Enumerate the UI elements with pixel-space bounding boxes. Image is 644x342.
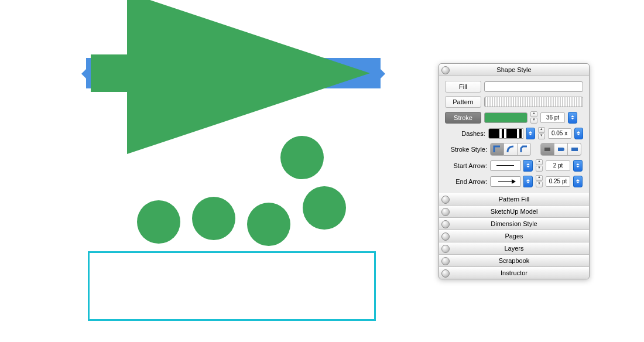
cap-flat-icon[interactable]: [540, 143, 554, 156]
start-arrow-units-combo[interactable]: [573, 160, 583, 172]
svg-point-2: [561, 148, 564, 151]
section-header-sketchup-model[interactable]: SketchUp Model: [439, 206, 589, 218]
stroke-width-field[interactable]: 36 pt: [540, 112, 565, 123]
line-end-handle[interactable]: [381, 69, 385, 78]
svg-rect-0: [544, 148, 550, 151]
dashes-label: Dashes:: [445, 130, 485, 137]
circle-shape[interactable]: [137, 200, 180, 244]
stroke-color-swatch[interactable]: [484, 112, 527, 123]
dashes-scale-field[interactable]: 0.05 x: [548, 128, 571, 139]
pattern-swatch[interactable]: [484, 97, 583, 107]
stepper-up-icon[interactable]: ▲: [536, 175, 543, 181]
stepper-down-icon[interactable]: ▼: [536, 166, 543, 172]
dashes-pattern-combo[interactable]: [488, 128, 523, 139]
section-title: Shape Style: [496, 66, 531, 73]
start-arrow-size-stepper[interactable]: ▲ ▼: [536, 159, 543, 172]
collapse-toggle-icon[interactable]: [441, 66, 450, 74]
collapse-toggle-icon[interactable]: [441, 220, 450, 228]
rectangle-shape[interactable]: [88, 251, 376, 321]
dashes-pattern-combo-button[interactable]: [526, 128, 535, 139]
corner-miter-icon[interactable]: [490, 143, 504, 156]
cap-round-icon[interactable]: [554, 143, 568, 156]
circle-shape[interactable]: [247, 203, 290, 246]
stepper-down-icon[interactable]: ▼: [538, 134, 544, 139]
collapse-toggle-icon[interactable]: [441, 269, 450, 278]
circle-shape[interactable]: [303, 186, 346, 230]
end-arrow-size-field[interactable]: 0.25 pt: [546, 176, 570, 187]
section-title: Scrapbook: [499, 257, 530, 264]
section-title: Instructor: [501, 269, 527, 276]
section-header-pages[interactable]: Pages: [439, 230, 589, 242]
collapse-toggle-icon[interactable]: [441, 196, 450, 204]
end-arrow-label: End Arrow:: [445, 178, 487, 185]
dashes-units-combo[interactable]: [574, 128, 583, 139]
stepper-up-icon[interactable]: ▲: [538, 127, 544, 133]
corner-style-segmented[interactable]: [490, 143, 531, 156]
stepper-down-icon[interactable]: ▼: [536, 182, 543, 187]
fill-color-swatch[interactable]: [484, 81, 583, 92]
stroke-style-label: Stroke Style:: [445, 146, 487, 153]
dashes-scale-stepper[interactable]: ▲ ▼: [538, 127, 544, 139]
line-start-handle[interactable]: [81, 69, 86, 78]
end-arrow-combo-button[interactable]: [523, 176, 533, 187]
pattern-toggle-button[interactable]: Pattern: [445, 96, 481, 108]
shape-style-panel: Fill Pattern Stroke ▲ ▼ 36 pt Dashes: ▲ …: [439, 76, 589, 193]
stepper-up-icon[interactable]: ▲: [530, 111, 537, 117]
section-header-shape-style[interactable]: Shape Style: [439, 64, 589, 76]
triangle-arrow-icon: [498, 181, 512, 182]
section-title: SketchUp Model: [491, 208, 538, 215]
stroke-width-units-combo[interactable]: [568, 112, 577, 124]
section-header-instructor[interactable]: Instructor: [439, 267, 589, 279]
fill-toggle-button[interactable]: Fill: [445, 81, 481, 93]
arrow-shape-head[interactable]: [127, 0, 370, 154]
end-arrow-combo[interactable]: [490, 176, 520, 187]
corner-bevel-icon[interactable]: [518, 143, 531, 156]
stepper-down-icon[interactable]: ▼: [530, 118, 537, 124]
end-arrow-size-stepper[interactable]: ▲ ▼: [536, 175, 543, 187]
cap-style-segmented[interactable]: [540, 143, 581, 156]
circle-shape[interactable]: [280, 136, 324, 179]
collapse-toggle-icon[interactable]: [441, 232, 450, 241]
collapse-toggle-icon[interactable]: [441, 257, 450, 265]
start-arrow-combo-button[interactable]: [523, 160, 533, 172]
cap-square-icon[interactable]: [568, 143, 581, 156]
corner-round-icon[interactable]: [504, 143, 518, 156]
start-arrow-label: Start Arrow:: [445, 162, 487, 169]
section-header-pattern-fill[interactable]: Pattern Fill: [439, 193, 589, 206]
no-arrow-icon: [496, 165, 514, 166]
stroke-toggle-button[interactable]: Stroke: [445, 112, 481, 124]
start-arrow-size-field[interactable]: 2 pt: [546, 160, 570, 171]
section-title: Dimension Style: [491, 220, 537, 227]
inspector-palette[interactable]: Shape Style Fill Pattern Stroke ▲ ▼ 36 p…: [439, 63, 590, 279]
section-header-scrapbook[interactable]: Scrapbook: [439, 255, 589, 267]
svg-rect-3: [571, 148, 578, 151]
section-header-layers[interactable]: Layers: [439, 242, 589, 255]
section-header-dimension-style[interactable]: Dimension Style: [439, 218, 589, 230]
circle-shape[interactable]: [192, 197, 235, 240]
start-arrow-combo[interactable]: [490, 160, 520, 171]
collapse-toggle-icon[interactable]: [441, 245, 450, 253]
collapse-toggle-icon[interactable]: [441, 208, 450, 216]
stepper-up-icon[interactable]: ▲: [536, 159, 543, 165]
end-arrow-units-combo[interactable]: [573, 176, 583, 187]
stroke-width-stepper[interactable]: ▲ ▼: [530, 111, 537, 124]
section-title: Pages: [505, 232, 523, 240]
section-title: Layers: [504, 245, 523, 252]
section-title: Pattern Fill: [499, 196, 530, 203]
